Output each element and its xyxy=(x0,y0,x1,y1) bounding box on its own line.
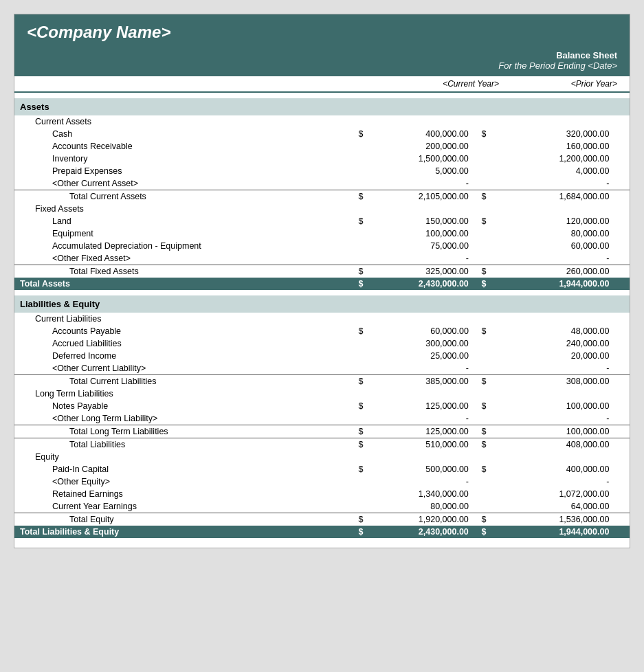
list-item: Cash $ 400,000.00 $ 320,000.00 xyxy=(14,128,630,140)
list-item: <Other Current Asset> - - xyxy=(14,177,630,190)
total-assets-row: Total Assets $ 2,430,000.00 $ 1,944,000.… xyxy=(14,278,630,290)
list-item: Paid-In Capital $ 500,000.00 $ 400,000.0… xyxy=(14,463,630,475)
list-item: Equipment 100,000.00 80,000.00 xyxy=(14,227,630,240)
total-equity-row: Total Equity $ 1,920,000.00 $ 1,536,000.… xyxy=(14,513,630,526)
total-liabilities-row: Total Liabilities $ 510,000.00 $ 408,000… xyxy=(14,438,630,451)
list-item: Accumulated Depreciation - Equipment 75,… xyxy=(14,240,630,252)
list-item: Current Year Earnings 80,000.00 64,000.0… xyxy=(14,500,630,513)
assets-section-header: Assets xyxy=(14,98,630,115)
total-current-assets-row: Total Current Assets $ 2,105,000.00 $ 1,… xyxy=(14,190,630,203)
column-headers: <Current Year> <Prior Year> xyxy=(14,76,630,93)
current-assets-header: Current Assets xyxy=(14,115,630,128)
current-assets-label: Current Assets xyxy=(14,115,348,128)
list-item: Notes Payable $ 125,000.00 $ 100,000.00 xyxy=(14,400,630,412)
list-item: Accounts Receivable 200,000.00 160,000.0… xyxy=(14,140,630,153)
col-current-label: <Current Year> xyxy=(368,79,506,89)
list-item: Retained Earnings 1,340,000.00 1,072,000… xyxy=(14,488,630,500)
balance-sheet: <Company Name> Balance Sheet For the Per… xyxy=(14,14,630,548)
company-name: <Company Name> xyxy=(27,23,617,42)
col-prior-label: <Prior Year> xyxy=(506,79,630,89)
list-item: Deferred Income 25,000.00 20,000.00 xyxy=(14,350,630,362)
total-fixed-assets-row: Total Fixed Assets $ 325,000.00 $ 260,00… xyxy=(14,265,630,278)
fixed-assets-header: Fixed Assets xyxy=(14,203,630,215)
list-item: Accounts Payable $ 60,000.00 $ 48,000.00 xyxy=(14,325,630,337)
list-item: Prepaid Expenses 5,000.00 4,000.00 xyxy=(14,165,630,177)
liabilities-equity-section-header: Liabilities & Equity xyxy=(14,295,630,313)
list-item: <Other Fixed Asset> - - xyxy=(14,252,630,265)
current-liabilities-header: Current Liabilities xyxy=(14,313,630,325)
list-item: Inventory 1,500,000.00 1,200,000.00 xyxy=(14,153,630,165)
list-item: Land $ 150,000.00 $ 120,000.00 xyxy=(14,215,630,227)
liabilities-equity-label: Liabilities & Equity xyxy=(14,295,630,313)
report-title: Balance Sheet xyxy=(27,50,617,60)
total-long-term-liabilities-row: Total Long Term Liabilities $ 125,000.00… xyxy=(14,425,630,438)
total-liabilities-equity-row: Total Liabilities & Equity $ 2,430,000.0… xyxy=(14,526,630,538)
header-right: Balance Sheet For the Period Ending <Dat… xyxy=(14,47,630,76)
assets-label: Assets xyxy=(14,98,630,115)
header-top: <Company Name> xyxy=(14,14,630,47)
balance-sheet-table: Assets Current Assets Cash $ 400,000.00 … xyxy=(14,93,630,548)
list-item: <Other Equity> - - xyxy=(14,475,630,488)
report-subtitle: For the Period Ending <Date> xyxy=(27,60,617,71)
long-term-liabilities-header: Long Term Liabilities xyxy=(14,388,630,400)
list-item: Accrued Liabilities 300,000.00 240,000.0… xyxy=(14,337,630,350)
list-item: <Other Current Liability> - - xyxy=(14,362,630,375)
list-item: <Other Long Term Liability> - - xyxy=(14,412,630,425)
equity-header: Equity xyxy=(14,451,630,463)
cash-label: Cash xyxy=(14,128,348,140)
total-current-liabilities-row: Total Current Liabilities $ 385,000.00 $… xyxy=(14,375,630,388)
